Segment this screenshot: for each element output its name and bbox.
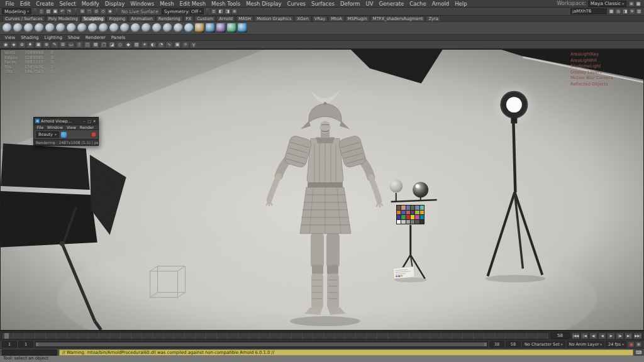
safe-action-icon[interactable]: □: [100, 41, 108, 48]
shelf-tab-rendering[interactable]: Rendering: [156, 16, 183, 21]
lock-camera-icon[interactable]: ◈: [10, 41, 18, 48]
command-line-input[interactable]: [2, 349, 57, 356]
smear-brush-icon[interactable]: [152, 23, 162, 33]
menu-mesh-display[interactable]: Mesh Display: [243, 1, 284, 7]
motion-blur-icon[interactable]: ∿: [165, 41, 173, 48]
menu-deform[interactable]: Deform: [337, 1, 363, 7]
2d-pan-zoom-icon[interactable]: ⊕: [43, 41, 50, 48]
anim-layer-selector[interactable]: No Anim Layer ▾: [567, 341, 605, 348]
bookmarks-icon[interactable]: ♦: [26, 41, 34, 48]
textured-icon[interactable]: ▨: [133, 41, 140, 48]
go-to-start-button[interactable]: |◀◀: [572, 332, 580, 339]
shelf-tab-arnold[interactable]: Arnold: [216, 16, 235, 21]
wireframe-icon[interactable]: ◇: [116, 41, 124, 48]
animation-preferences-icon[interactable]: ⊛: [635, 341, 642, 348]
stop-render-button[interactable]: [91, 132, 96, 137]
render-frame-icon[interactable]: ◧: [218, 8, 224, 14]
quick-select-field[interactable]: [570, 8, 607, 14]
minimize-button[interactable]: –: [82, 118, 87, 124]
menu-windows[interactable]: Windows: [128, 1, 157, 7]
gate-mask-icon[interactable]: ◫: [84, 41, 91, 48]
arnold-viewport-window[interactable]: a Arnold Viewp... –□✕ FileWindowViewRend…: [33, 117, 99, 146]
viewport-scene[interactable]: [1, 50, 643, 330]
save-scene-icon[interactable]: ▣: [52, 8, 58, 14]
panel-menu-panels[interactable]: Panels: [109, 35, 128, 40]
auto-keyframe-toggle[interactable]: ●: [628, 341, 635, 348]
shelf-tab-vray[interactable]: VRay: [312, 16, 328, 21]
shadows-icon[interactable]: ◐: [149, 41, 157, 48]
maximize-button[interactable]: □: [87, 118, 92, 124]
modeling-toolkit-icon[interactable]: ▦: [608, 8, 614, 14]
render-settings-icon[interactable]: ⊛: [231, 8, 238, 14]
freeze-brush-icon[interactable]: [184, 23, 194, 33]
menu-create[interactable]: Create: [33, 1, 57, 7]
menu-display[interactable]: Display: [102, 1, 127, 7]
playback-start-field[interactable]: [18, 341, 33, 348]
redo-icon[interactable]: ↷: [66, 8, 72, 14]
image-plane-icon[interactable]: ▣: [35, 41, 42, 48]
shelf-tab-xgen[interactable]: XGen: [294, 16, 311, 21]
paint-effects-icon[interactable]: [206, 23, 215, 33]
attribute-editor-icon[interactable]: ◨: [622, 8, 628, 14]
grid-icon[interactable]: ⊞: [59, 41, 67, 48]
arnold-shelf-icon[interactable]: [238, 23, 247, 33]
menu-generate[interactable]: Generate: [376, 1, 407, 7]
range-slider[interactable]: [35, 341, 488, 348]
resolution-gate-icon[interactable]: ▯: [75, 41, 83, 48]
range-slider-handle[interactable]: [36, 343, 487, 346]
film-gate-icon[interactable]: ▭: [67, 41, 75, 48]
shelf-tab-mash[interactable]: MASH: [236, 16, 253, 21]
scrape-brush-icon[interactable]: [120, 23, 130, 33]
menu-uv[interactable]: UV: [363, 1, 376, 7]
step-back-frame-button[interactable]: ◀|: [589, 332, 597, 339]
menu-edit[interactable]: Edit: [17, 1, 33, 7]
relax-brush-icon[interactable]: [24, 23, 33, 33]
fps-selector[interactable]: 24 fps ▾: [606, 341, 626, 348]
play-backwards-button[interactable]: ◀: [598, 332, 606, 339]
wax-brush-icon[interactable]: [109, 23, 119, 33]
menu-set-selector[interactable]: Modeling ▾: [2, 8, 31, 14]
repeat-brush-icon[interactable]: [88, 23, 97, 33]
foamy-brush-icon[interactable]: [67, 23, 76, 33]
imprint-brush-icon[interactable]: [99, 23, 108, 33]
snap-to-curve-icon[interactable]: ◠: [86, 8, 92, 14]
step-back-key-button[interactable]: |◀: [580, 332, 589, 339]
shelf-tab-poly-modeling[interactable]: Poly Modeling: [46, 16, 80, 21]
arnold-menu-view[interactable]: View: [65, 125, 77, 129]
xgen-icon[interactable]: [216, 23, 226, 33]
make-live-icon[interactable]: ◈: [107, 8, 113, 14]
workspace-selector[interactable]: Maya Classic ▾: [588, 1, 626, 7]
select-camera-icon[interactable]: ◉: [2, 41, 9, 48]
menu-arnold[interactable]: Arnold: [429, 1, 452, 7]
arnold-render-icon[interactable]: [61, 132, 67, 138]
shelf-tab-zyra[interactable]: Zyra: [426, 16, 441, 21]
knife-brush-icon[interactable]: [142, 23, 151, 33]
flatten-brush-icon[interactable]: [56, 23, 65, 33]
menu-mesh-tools[interactable]: Mesh Tools: [209, 1, 243, 7]
grab-brush-icon[interactable]: [35, 23, 44, 33]
ui-elements-icon[interactable]: ▦: [635, 1, 641, 7]
shelf-tab-mtoa[interactable]: MtoA: [328, 16, 344, 21]
shelf-tab-curves-surfaces[interactable]: Curves / Surfaces: [3, 16, 45, 21]
pinch-brush-icon[interactable]: [45, 23, 55, 33]
workspace-settings-icon[interactable]: ⊛: [628, 1, 635, 7]
menu-cache[interactable]: Cache: [407, 1, 429, 7]
shelf-tab-rigging[interactable]: Rigging: [106, 16, 128, 21]
hypershade-icon[interactable]: ◎: [615, 8, 621, 14]
character-set-selector[interactable]: No Character Set ▾: [522, 341, 565, 348]
time-slider[interactable]: [2, 332, 549, 339]
panel-menu-lighting[interactable]: Lighting: [42, 35, 64, 40]
script-editor-icon[interactable]: ⌨: [635, 349, 642, 356]
playback-end-field[interactable]: [489, 341, 504, 348]
ipr-render-icon[interactable]: ◨: [225, 8, 231, 14]
shelf-tab-sculpting[interactable]: Sculpting: [81, 16, 106, 21]
animation-end-field[interactable]: [506, 341, 521, 348]
channel-box-icon[interactable]: ▥: [636, 8, 642, 14]
lights-icon[interactable]: ☀: [141, 41, 148, 48]
exposure-icon[interactable]: ☼: [182, 41, 189, 48]
open-scene-icon[interactable]: ▨: [45, 8, 52, 14]
symmetry-selector[interactable]: Symmetry: Off ▾: [162, 8, 204, 14]
snap-to-point-icon[interactable]: ⊙: [93, 8, 99, 14]
panel-menu-shading[interactable]: Shading: [19, 35, 41, 40]
play-forwards-button[interactable]: ▶: [607, 332, 615, 339]
